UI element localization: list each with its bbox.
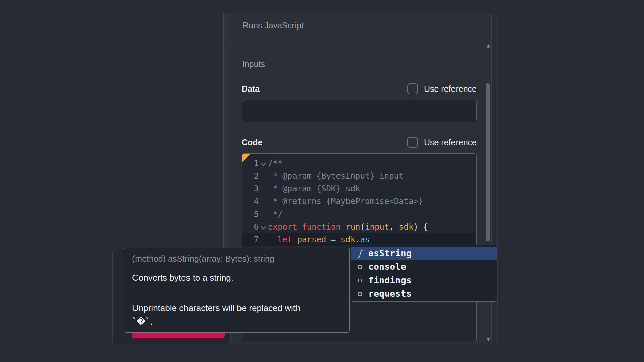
scroll-down-icon[interactable]: ▼ — [485, 337, 492, 342]
field-icon — [356, 279, 364, 282]
fold-chevron-icon[interactable] — [259, 226, 268, 229]
inputs-section-heading: Inputs — [242, 59, 265, 69]
autocomplete-item-findings[interactable]: findings — [351, 274, 497, 287]
code-use-reference-group: Use reference — [407, 137, 477, 148]
code-use-reference-checkbox[interactable] — [407, 137, 418, 148]
code-text: export function run(input, sdk) { — [268, 222, 428, 232]
autocomplete-item-label: requests — [368, 289, 412, 299]
modified-corner-marker-icon — [242, 154, 251, 162]
code-field-label: Code — [241, 138, 263, 147]
autocomplete-item-label: asString — [368, 248, 412, 258]
data-field-row: Data Use reference — [241, 83, 477, 95]
editor-line-4[interactable]: 4 * @returns {MaybePromise<Data>} — [242, 195, 476, 208]
code-text: */ — [268, 209, 282, 219]
editor-line-7[interactable]: 7 let parsed = sdk.as — [242, 233, 476, 246]
editor-lines: 1/**2 * @param {BytesInput} input3 * @pa… — [242, 157, 476, 246]
code-use-reference-label: Use reference — [424, 138, 477, 147]
tooltip-signature: (method) asString(array: Bytes): string — [132, 254, 341, 264]
editor-line-3[interactable]: 3 * @param {SDK} sdk — [242, 182, 476, 195]
function-icon: ƒ — [356, 249, 364, 258]
line-number: 5 — [242, 209, 259, 219]
line-number: 7 — [242, 235, 259, 244]
doc-tooltip: (method) asString(array: Bytes): string … — [124, 248, 350, 333]
canvas-divider-line — [497, 13, 498, 344]
code-text: * @param {BytesInput} input — [268, 171, 404, 181]
data-use-reference-group: Use reference — [407, 83, 477, 94]
autocomplete-dropdown: ƒasStringconsolefindingsrequests — [351, 245, 497, 302]
autocomplete-item-console[interactable]: console — [351, 260, 497, 274]
data-input[interactable] — [241, 100, 477, 122]
code-text: * @param {SDK} sdk — [268, 184, 360, 193]
line-number: 4 — [242, 197, 259, 206]
tooltip-note-line2: `�`. — [132, 317, 341, 327]
autocomplete-item-asString[interactable]: ƒasString — [351, 247, 497, 260]
tooltip-description: Converts bytes to a string. — [132, 273, 341, 283]
autocomplete-item-label: console — [368, 262, 406, 272]
editor-line-5[interactable]: 5 */ — [242, 208, 476, 221]
scrollbar-thumb[interactable] — [486, 83, 490, 241]
scroll-up-icon[interactable]: ▲ — [485, 43, 492, 48]
field-icon — [356, 265, 364, 269]
code-text: * @returns {MaybePromise<Data>} — [268, 197, 423, 206]
editor-line-1[interactable]: 1/** — [242, 157, 476, 170]
line-number: 2 — [242, 171, 259, 181]
line-number: 3 — [242, 184, 259, 193]
data-use-reference-label: Use reference — [424, 84, 477, 94]
line-number: 6 — [242, 222, 259, 232]
panel-title: Runs JavaScript — [243, 21, 491, 31]
autocomplete-item-requests[interactable]: requests — [351, 287, 497, 300]
autocomplete-item-label: findings — [368, 275, 412, 285]
code-field-row: Code Use reference — [241, 137, 477, 148]
code-text: /** — [268, 159, 282, 168]
data-use-reference-checkbox[interactable] — [407, 83, 418, 94]
data-field-label: Data — [241, 84, 260, 94]
fold-chevron-icon[interactable] — [259, 162, 268, 165]
editor-line-2[interactable]: 2 * @param {BytesInput} input — [242, 170, 476, 182]
editor-line-6[interactable]: 6export function run(input, sdk) { — [242, 221, 476, 233]
tooltip-note-line1: Unprintable characters will be replaced … — [132, 303, 341, 313]
code-text: let parsed = sdk.as — [268, 235, 370, 244]
field-icon — [356, 292, 364, 296]
panel-header: Runs JavaScript — [231, 13, 491, 42]
